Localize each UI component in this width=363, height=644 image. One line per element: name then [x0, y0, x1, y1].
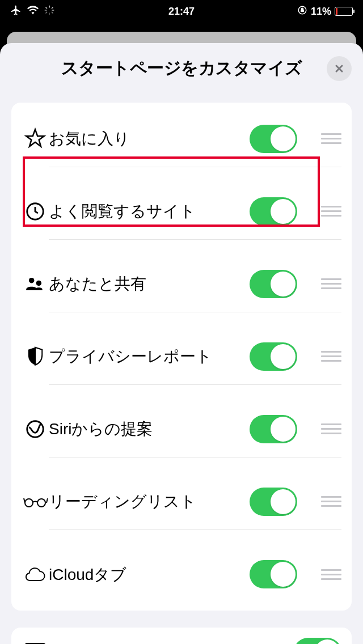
toggle-favorites[interactable]	[250, 125, 297, 153]
row-label: あなたと共有	[49, 274, 236, 294]
toggle-background[interactable]	[294, 638, 341, 644]
loading-icon	[44, 5, 54, 18]
siri-icon	[22, 418, 49, 440]
toggle-reading-list[interactable]	[250, 488, 297, 516]
clock-icon	[22, 201, 49, 222]
glasses-icon	[22, 495, 49, 509]
airplane-mode-icon	[10, 5, 22, 19]
row-icloud-tabs: iCloudタブ	[11, 538, 352, 611]
svg-rect-7	[51, 7, 53, 9]
toggle-privacy[interactable]	[250, 342, 297, 371]
shield-icon	[22, 346, 49, 367]
row-reading-list: リーディングリスト	[11, 465, 352, 538]
svg-point-13	[25, 499, 33, 507]
row-label: お気に入り	[49, 129, 236, 149]
row-favorites: お気に入り	[11, 103, 352, 175]
battery-icon	[335, 7, 353, 16]
status-time: 21:47	[168, 6, 195, 18]
close-icon	[334, 63, 345, 74]
background-label: 背景イメージ	[62, 642, 294, 645]
svg-rect-6	[45, 11, 48, 14]
battery-percent: 11%	[311, 6, 331, 18]
row-label: Siriからの提案	[49, 419, 236, 439]
row-shared-with-you: あなたと共有	[11, 248, 352, 320]
close-button[interactable]	[327, 56, 352, 81]
sheet-title: スタートページをカスタマイズ	[61, 57, 302, 80]
row-privacy-report: プライバシーレポート	[11, 320, 352, 393]
row-label: リーディングリスト	[49, 492, 236, 511]
toggle-frequently-visited[interactable]	[250, 197, 297, 226]
drag-handle[interactable]	[321, 569, 341, 580]
svg-rect-1	[49, 12, 50, 15]
background-section: 背景イメージ ＋	[11, 628, 352, 644]
toggle-shared[interactable]	[250, 270, 297, 298]
drag-handle[interactable]	[321, 351, 341, 362]
svg-rect-3	[52, 10, 54, 11]
svg-point-11	[36, 281, 42, 286]
drag-handle[interactable]	[321, 133, 341, 144]
svg-rect-5	[51, 11, 53, 14]
drag-handle[interactable]	[321, 496, 341, 507]
cloud-icon	[22, 566, 49, 583]
orientation-lock-icon	[297, 5, 307, 18]
row-label: プライバシーレポート	[49, 346, 236, 366]
row-siri-suggestions: Siriからの提案	[11, 393, 352, 465]
row-label: よく閲覧するサイト	[49, 201, 236, 221]
toggle-siri[interactable]	[250, 415, 297, 443]
settings-list: お気に入り よく閲覧するサイト あなたと共有	[11, 103, 352, 611]
star-icon	[22, 128, 49, 150]
wifi-icon	[27, 6, 39, 18]
svg-rect-4	[45, 7, 48, 9]
row-label: iCloudタブ	[49, 565, 236, 584]
svg-rect-0	[49, 5, 50, 7]
svg-rect-2	[45, 10, 47, 11]
row-frequently-visited: よく閲覧するサイト	[11, 175, 352, 248]
toggle-icloud-tabs[interactable]	[250, 560, 297, 588]
svg-point-14	[37, 499, 45, 507]
people-icon	[22, 273, 49, 295]
customize-sheet: スタートページをカスタマイズ お気に入り よく閲覧するサイト	[0, 43, 363, 644]
drag-handle[interactable]	[321, 423, 341, 434]
svg-point-10	[29, 278, 34, 283]
status-bar: 21:47 11%	[0, 0, 363, 23]
drag-handle[interactable]	[321, 206, 341, 217]
drag-handle[interactable]	[321, 278, 341, 289]
